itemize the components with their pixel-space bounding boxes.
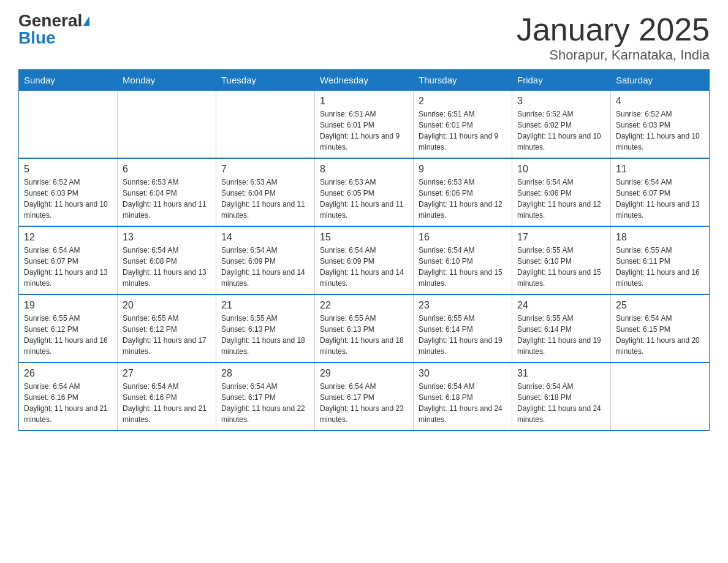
day-number: 3 [517, 96, 605, 107]
day-info: Sunrise: 6:55 AM Sunset: 6:12 PM Dayligh… [123, 313, 211, 357]
calendar-week-row: 1Sunrise: 6:51 AM Sunset: 6:01 PM Daylig… [19, 91, 710, 159]
day-number: 6 [123, 164, 211, 175]
day-info: Sunrise: 6:55 AM Sunset: 6:13 PM Dayligh… [221, 313, 309, 357]
day-number: 20 [123, 300, 211, 311]
logo-general-text: General [18, 12, 82, 29]
day-number: 30 [419, 368, 507, 379]
day-number: 26 [24, 368, 112, 379]
day-info: Sunrise: 6:53 AM Sunset: 6:05 PM Dayligh… [320, 177, 408, 221]
title-block: January 2025 Shorapur, Karnataka, India [517, 12, 710, 63]
day-number: 5 [24, 164, 112, 175]
day-number: 4 [616, 96, 704, 107]
day-number: 25 [616, 300, 704, 311]
calendar-cell: 3Sunrise: 6:52 AM Sunset: 6:02 PM Daylig… [512, 91, 611, 159]
calendar-cell: 11Sunrise: 6:54 AM Sunset: 6:07 PM Dayli… [611, 158, 710, 226]
calendar-cell: 30Sunrise: 6:54 AM Sunset: 6:18 PM Dayli… [414, 362, 512, 431]
day-number: 21 [221, 300, 309, 311]
day-info: Sunrise: 6:54 AM Sunset: 6:17 PM Dayligh… [221, 381, 309, 425]
calendar-cell: 12Sunrise: 6:54 AM Sunset: 6:07 PM Dayli… [19, 226, 118, 294]
page-header: General Blue January 2025 Shorapur, Karn… [18, 12, 710, 63]
header-friday: Friday [512, 70, 611, 91]
calendar-week-row: 12Sunrise: 6:54 AM Sunset: 6:07 PM Dayli… [19, 226, 710, 294]
day-number: 13 [123, 232, 211, 243]
day-number: 9 [419, 164, 507, 175]
day-number: 7 [221, 164, 309, 175]
calendar-week-row: 5Sunrise: 6:52 AM Sunset: 6:03 PM Daylig… [19, 158, 710, 226]
calendar-table: SundayMondayTuesdayWednesdayThursdayFrid… [18, 69, 710, 431]
calendar-cell: 22Sunrise: 6:55 AM Sunset: 6:13 PM Dayli… [315, 294, 414, 362]
day-number: 24 [517, 300, 605, 311]
calendar-header-row: SundayMondayTuesdayWednesdayThursdayFrid… [19, 70, 710, 91]
day-info: Sunrise: 6:54 AM Sunset: 6:18 PM Dayligh… [419, 381, 507, 425]
day-number: 31 [517, 368, 605, 379]
day-info: Sunrise: 6:51 AM Sunset: 6:01 PM Dayligh… [419, 109, 507, 153]
calendar-cell: 19Sunrise: 6:55 AM Sunset: 6:12 PM Dayli… [19, 294, 118, 362]
calendar-cell [611, 362, 710, 431]
calendar-cell: 1Sunrise: 6:51 AM Sunset: 6:01 PM Daylig… [315, 91, 414, 159]
day-info: Sunrise: 6:52 AM Sunset: 6:02 PM Dayligh… [517, 109, 605, 153]
header-thursday: Thursday [414, 70, 512, 91]
header-wednesday: Wednesday [315, 70, 414, 91]
day-number: 12 [24, 232, 112, 243]
day-number: 17 [517, 232, 605, 243]
header-tuesday: Tuesday [216, 70, 315, 91]
logo-triangle-icon [83, 16, 89, 26]
day-number: 18 [616, 232, 704, 243]
calendar-cell: 10Sunrise: 6:54 AM Sunset: 6:06 PM Dayli… [512, 158, 611, 226]
day-info: Sunrise: 6:54 AM Sunset: 6:09 PM Dayligh… [320, 245, 408, 289]
calendar-cell: 28Sunrise: 6:54 AM Sunset: 6:17 PM Dayli… [216, 362, 315, 431]
day-number: 23 [419, 300, 507, 311]
calendar-cell: 26Sunrise: 6:54 AM Sunset: 6:16 PM Dayli… [19, 362, 118, 431]
day-info: Sunrise: 6:52 AM Sunset: 6:03 PM Dayligh… [24, 177, 112, 221]
calendar-cell: 24Sunrise: 6:55 AM Sunset: 6:14 PM Dayli… [512, 294, 611, 362]
location-title: Shorapur, Karnataka, India [517, 47, 710, 63]
day-info: Sunrise: 6:54 AM Sunset: 6:18 PM Dayligh… [517, 381, 605, 425]
day-number: 22 [320, 300, 408, 311]
calendar-cell: 27Sunrise: 6:54 AM Sunset: 6:16 PM Dayli… [118, 362, 216, 431]
calendar-cell: 14Sunrise: 6:54 AM Sunset: 6:09 PM Dayli… [216, 226, 315, 294]
day-info: Sunrise: 6:54 AM Sunset: 6:17 PM Dayligh… [320, 381, 408, 425]
day-info: Sunrise: 6:52 AM Sunset: 6:03 PM Dayligh… [616, 109, 704, 153]
calendar-cell: 23Sunrise: 6:55 AM Sunset: 6:14 PM Dayli… [414, 294, 512, 362]
day-number: 15 [320, 232, 408, 243]
calendar-cell: 29Sunrise: 6:54 AM Sunset: 6:17 PM Dayli… [315, 362, 414, 431]
month-title: January 2025 [517, 12, 710, 47]
calendar-cell [118, 91, 216, 159]
day-info: Sunrise: 6:53 AM Sunset: 6:04 PM Dayligh… [221, 177, 309, 221]
logo: General Blue [18, 12, 89, 47]
day-number: 14 [221, 232, 309, 243]
calendar-cell: 15Sunrise: 6:54 AM Sunset: 6:09 PM Dayli… [315, 226, 414, 294]
calendar-cell: 16Sunrise: 6:54 AM Sunset: 6:10 PM Dayli… [414, 226, 512, 294]
day-info: Sunrise: 6:55 AM Sunset: 6:13 PM Dayligh… [320, 313, 408, 357]
header-sunday: Sunday [19, 70, 118, 91]
day-info: Sunrise: 6:54 AM Sunset: 6:07 PM Dayligh… [616, 177, 704, 221]
day-info: Sunrise: 6:54 AM Sunset: 6:06 PM Dayligh… [517, 177, 605, 221]
calendar-cell: 18Sunrise: 6:55 AM Sunset: 6:11 PM Dayli… [611, 226, 710, 294]
day-info: Sunrise: 6:55 AM Sunset: 6:14 PM Dayligh… [517, 313, 605, 357]
calendar-cell: 8Sunrise: 6:53 AM Sunset: 6:05 PM Daylig… [315, 158, 414, 226]
day-number: 8 [320, 164, 408, 175]
calendar-week-row: 26Sunrise: 6:54 AM Sunset: 6:16 PM Dayli… [19, 362, 710, 431]
calendar-cell: 7Sunrise: 6:53 AM Sunset: 6:04 PM Daylig… [216, 158, 315, 226]
day-info: Sunrise: 6:55 AM Sunset: 6:11 PM Dayligh… [616, 245, 704, 289]
calendar-cell: 21Sunrise: 6:55 AM Sunset: 6:13 PM Dayli… [216, 294, 315, 362]
day-info: Sunrise: 6:54 AM Sunset: 6:08 PM Dayligh… [123, 245, 211, 289]
day-info: Sunrise: 6:54 AM Sunset: 6:09 PM Dayligh… [221, 245, 309, 289]
day-info: Sunrise: 6:53 AM Sunset: 6:04 PM Dayligh… [123, 177, 211, 221]
day-number: 2 [419, 96, 507, 107]
calendar-cell: 6Sunrise: 6:53 AM Sunset: 6:04 PM Daylig… [118, 158, 216, 226]
day-info: Sunrise: 6:54 AM Sunset: 6:16 PM Dayligh… [123, 381, 211, 425]
day-number: 28 [221, 368, 309, 379]
calendar-cell: 4Sunrise: 6:52 AM Sunset: 6:03 PM Daylig… [611, 91, 710, 159]
calendar-week-row: 19Sunrise: 6:55 AM Sunset: 6:12 PM Dayli… [19, 294, 710, 362]
day-info: Sunrise: 6:53 AM Sunset: 6:06 PM Dayligh… [419, 177, 507, 221]
day-info: Sunrise: 6:51 AM Sunset: 6:01 PM Dayligh… [320, 109, 408, 153]
logo-blue-text: Blue [18, 29, 56, 47]
day-info: Sunrise: 6:54 AM Sunset: 6:15 PM Dayligh… [616, 313, 704, 357]
day-number: 10 [517, 164, 605, 175]
day-info: Sunrise: 6:54 AM Sunset: 6:07 PM Dayligh… [24, 245, 112, 289]
calendar-cell [216, 91, 315, 159]
day-number: 29 [320, 368, 408, 379]
day-info: Sunrise: 6:55 AM Sunset: 6:12 PM Dayligh… [24, 313, 112, 357]
calendar-cell: 25Sunrise: 6:54 AM Sunset: 6:15 PM Dayli… [611, 294, 710, 362]
